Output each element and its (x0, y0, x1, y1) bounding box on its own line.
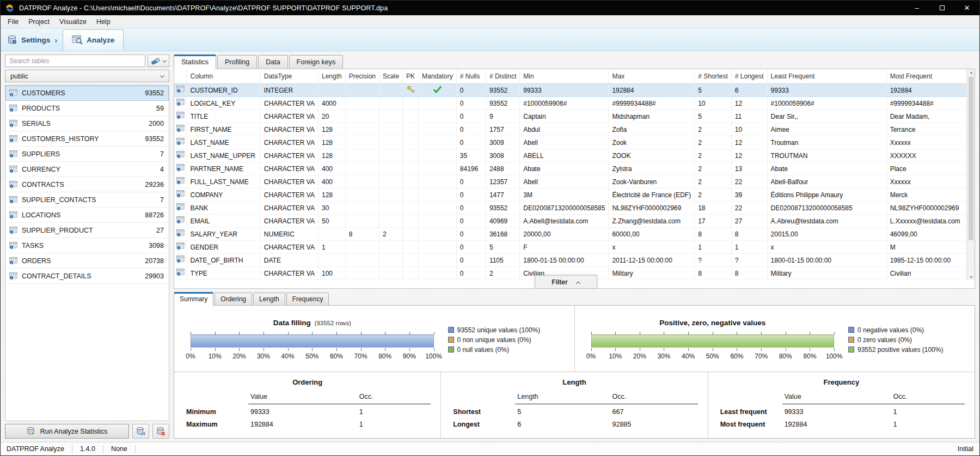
tab-data[interactable]: Data (258, 55, 287, 69)
axis-tick-label: 40% (682, 352, 695, 360)
chart-positive-negative: Positive, zero, negative values0%10%20%3… (574, 306, 975, 372)
column-header-# Nulls[interactable]: # Nulls (456, 69, 486, 84)
sidebar-table-item[interactable]: iSUPPLIER_PRODUCT27 (5, 223, 169, 238)
sidebar-table-item[interactable]: iCUSTOMERS_HISTORY93552 (5, 131, 169, 147)
cell-length (318, 254, 345, 267)
table-row[interactable]: iLAST_NAME_UPPERCHARACTER VA128353008ABE… (174, 149, 967, 162)
menu-item-project[interactable]: Project (23, 16, 54, 27)
table-row[interactable]: iLAST_NAMECHARACTER VA12803009AbellZook2… (174, 136, 967, 149)
cell-column: FIRST_NAME (187, 123, 260, 136)
menu-item-help[interactable]: Help (91, 16, 115, 27)
summary-tab-length[interactable]: Length (253, 293, 285, 305)
table-row[interactable]: iFIRST_NAMECHARACTER VA12801757AbdulZofi… (174, 123, 967, 136)
scroll-down-icon[interactable]: ▼ (967, 275, 975, 279)
table-row[interactable]: iFULL_LAST_NAMECHARACTER VA400012357Abel… (174, 175, 967, 189)
summary-tab-summary[interactable]: Summary (174, 292, 213, 306)
cell-distinct: 3009 (486, 136, 519, 149)
table-row[interactable]: iCOMPANYCHARACTER VA128014773MÉlectricit… (174, 189, 967, 202)
maximize-button[interactable] (929, 1, 954, 15)
cell-distinct: 36168 (486, 228, 519, 241)
run-analyze-statistics-button[interactable]: Run Analyze Statistics (5, 424, 129, 439)
row-table-icon: i (174, 267, 187, 280)
sidebar-actions: Run Analyze Statistics (5, 424, 169, 439)
cell-most: Xxxxxx (886, 136, 966, 149)
scroll-up-icon[interactable]: ▲ (967, 70, 975, 74)
filter-button[interactable]: Filter (535, 275, 597, 288)
axis-tick-label: 20% (633, 352, 646, 360)
mini-header-col1: Value (248, 392, 357, 404)
sidebar-table-item[interactable]: iSERIALS2000 (5, 116, 169, 131)
sidebar-table-item[interactable]: iCURRENCY4 (5, 162, 169, 177)
sidebar-table-item[interactable]: iCONTRACT_DETAILS29903 (5, 269, 169, 284)
summary-tab-frequency[interactable]: Frequency (286, 293, 329, 305)
row-table-icon: i (174, 149, 187, 162)
sidebar-table-item[interactable]: iTASKS3098 (5, 238, 169, 253)
table-row[interactable]: iCUSTOMER_IDINTEGER093552993331928845699… (174, 84, 967, 97)
axis-tick-label: 50% (305, 352, 318, 360)
axis-tick-label: 0% (586, 352, 596, 360)
menu-item-visualize[interactable]: Visualize (54, 16, 91, 27)
column-header-Max[interactable]: Max (609, 69, 695, 84)
sidebar-table-item[interactable]: iCUSTOMERS93552 (5, 86, 169, 101)
statusbar-app-name: DATPROF Analyze (7, 445, 72, 453)
column-header-# Distinct[interactable]: # Distinct (486, 69, 519, 84)
tab-statistics[interactable]: Statistics (174, 54, 216, 69)
column-header-DataType[interactable]: DataType (260, 69, 318, 84)
table-row[interactable]: iLOGICAL_KEYCHARACTER VA4000093552#10000… (174, 97, 967, 110)
cell-precision (345, 136, 379, 149)
pk-cell (403, 254, 419, 267)
close-button[interactable]: ✕ (954, 1, 979, 15)
cell-scale (379, 175, 403, 189)
cell-distinct: 1105 (486, 254, 519, 267)
scrollbar-thumb[interactable] (969, 77, 973, 240)
legend-item: 0 non unique values (0%) (448, 336, 567, 344)
table-row[interactable]: iTITLECHARACTER VA2009CaptainMidshapman5… (174, 110, 967, 123)
column-header-Column[interactable]: Column (187, 69, 260, 84)
sidebar-table-item[interactable]: iSUPPLIER_CONTACTS7 (5, 192, 169, 208)
schema-dropdown[interactable]: public (5, 70, 169, 82)
column-header-# Longest[interactable]: # Longest (731, 69, 767, 84)
column-header-Mandatory[interactable]: Mandatory (419, 69, 457, 84)
sidebar-table-item[interactable]: iCONTRACTS29236 (5, 177, 169, 192)
mini-row-label: Shortest (451, 404, 515, 417)
cell-longest: 10 (731, 123, 767, 136)
cell-most: Civilian (886, 267, 966, 280)
delete-statistics-button[interactable] (152, 424, 169, 439)
menu-item-file[interactable]: File (3, 16, 23, 27)
column-header-# Shortest[interactable]: # Shortest (695, 69, 732, 84)
column-header-Least Frequent[interactable]: Least Frequent (767, 69, 886, 84)
column-header-Min[interactable]: Min (520, 69, 609, 84)
column-header-Length[interactable]: Length (318, 69, 345, 84)
table-row[interactable]: iSALARY_YEARNUMERIC8203616820000,0060000… (174, 228, 967, 241)
column-header-Scale[interactable]: Scale (379, 69, 403, 84)
table-row[interactable]: iDATE_OF_BIRTHDATE011051800-01-15 00:00:… (174, 254, 967, 267)
clear-filter-button[interactable] (148, 54, 169, 67)
cell-most: Dear Madam, (886, 110, 966, 123)
sidebar-table-item[interactable]: iORDERS20738 (5, 253, 169, 269)
search-input[interactable] (5, 54, 145, 67)
summary-tab-ordering[interactable]: Ordering (215, 293, 252, 305)
column-header-Precision[interactable]: Precision (345, 69, 379, 84)
sidebar-table-item[interactable]: iPRODUCTS59 (5, 101, 169, 116)
table-row[interactable]: iPARTNER_NAMECHARACTER VA400841962488Aba… (174, 162, 967, 175)
sidebar-table-item[interactable]: iSUPPLIERS7 (5, 147, 169, 162)
table-row[interactable]: iEMAILCHARACTER VA50040969A.Abell@testda… (174, 215, 967, 228)
chart-axis-labels: 0%10%20%30%40%50%60%70%80%90%100% (191, 352, 434, 361)
vertical-scrollbar[interactable]: ▲ ▼ (967, 69, 975, 280)
maximize-icon (940, 5, 945, 10)
table-row[interactable]: iGENDERCHARACTER VA105Fx11xM (174, 241, 967, 254)
view-statistics-button[interactable] (132, 424, 149, 439)
tab-profiling[interactable]: Profiling (217, 55, 257, 69)
table-row[interactable]: iBANKCHARACTER VA30093552DE0200871320000… (174, 202, 967, 215)
mini-row-occ: 1 (891, 404, 965, 417)
minimize-button[interactable]: – (904, 1, 929, 15)
tab-foreign-keys[interactable]: Foreign keys (289, 55, 344, 69)
table-row-count: 27 (156, 227, 164, 234)
nav-settings[interactable]: i Settings (7, 35, 53, 51)
sidebar-table-item[interactable]: iLOCATIONS88726 (5, 208, 169, 223)
column-header-Most Frequent[interactable]: Most Frequent (886, 69, 966, 84)
column-header-icon[interactable] (174, 69, 187, 84)
row-table-icon: i (174, 110, 187, 123)
nav-analyze[interactable]: Analyze (63, 29, 124, 51)
column-header-PK[interactable]: PK (403, 69, 419, 84)
